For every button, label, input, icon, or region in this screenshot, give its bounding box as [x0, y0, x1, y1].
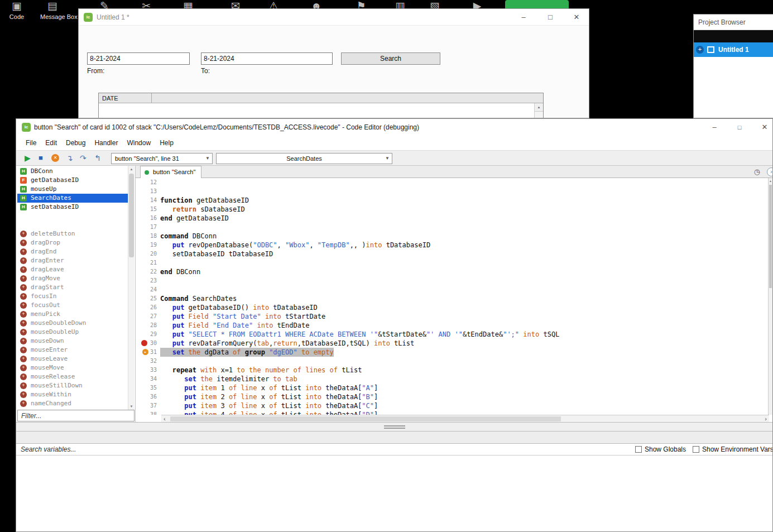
menu-window[interactable]: Window	[123, 136, 155, 150]
line-number-gutter[interactable]: 29	[136, 330, 160, 339]
code-line[interactable]: 27 put Field "Start Date" into tStartDat…	[136, 312, 769, 321]
line-number-gutter[interactable]: 33	[136, 366, 160, 375]
line-number-gutter[interactable]: 12	[136, 178, 160, 187]
code-line[interactable]: ▸31 set the dgData of group "dgEOD" to e…	[136, 348, 769, 357]
menu-handler[interactable]: Handler	[90, 136, 122, 150]
location-dropdown[interactable]: button "Search", line 31 ▼	[111, 153, 213, 164]
close-icon[interactable]: ✕	[756, 119, 773, 136]
show-environment-checkbox[interactable]	[693, 446, 699, 453]
code-line[interactable]: 24	[136, 285, 769, 294]
scrollbar-thumb[interactable]	[769, 185, 772, 288]
event-item-dragenter[interactable]: +dragEnter	[17, 256, 128, 265]
line-number-gutter[interactable]: 27	[136, 312, 160, 321]
event-item-mousewithin[interactable]: +mouseWithin	[17, 390, 128, 399]
code-line[interactable]: 16end getDatabaseID	[136, 214, 769, 223]
stop-icon[interactable]: ■	[39, 151, 43, 165]
step-over-icon[interactable]: ↷	[80, 151, 87, 165]
line-number-gutter[interactable]: 20	[136, 250, 160, 258]
event-item-deletebutton[interactable]: +deleteButton	[17, 229, 128, 238]
scroll-up-icon[interactable]: ▲	[535, 103, 543, 112]
event-item-mousemove[interactable]: +mouseMove	[17, 363, 128, 372]
code-line[interactable]: 14function getDatabaseID	[136, 196, 769, 205]
scrollbar-thumb[interactable]	[170, 416, 561, 421]
menu-help[interactable]: Help	[156, 136, 177, 150]
event-item-menupick[interactable]: +menuPick	[17, 310, 128, 319]
step-into-icon[interactable]: ↴	[66, 151, 73, 165]
script-tab[interactable]: button "Search"	[140, 166, 201, 178]
date-column-header[interactable]: DATE	[99, 93, 543, 103]
step-out-icon[interactable]: ↰	[94, 151, 101, 165]
event-item-mouseleave[interactable]: +mouseLeave	[17, 354, 128, 363]
code-line[interactable]: 33 repeat with x=1 to the number of line…	[136, 366, 769, 375]
event-item-dragmove[interactable]: +dragMove	[17, 274, 128, 283]
handler-item-mouseup[interactable]: HmouseUp	[17, 185, 128, 194]
event-item-mouserelease[interactable]: +mouseRelease	[17, 372, 128, 381]
table-scrollbar[interactable]: ▲	[534, 103, 543, 118]
event-item-dragleave[interactable]: +dragLeave	[17, 265, 128, 274]
event-item-mousedown[interactable]: +mouseDown	[17, 337, 128, 346]
line-number-gutter[interactable]: 21	[136, 258, 160, 267]
h-scrollbar[interactable]: ‹ ›	[161, 415, 769, 422]
breakpoint-marker[interactable]	[141, 340, 147, 346]
code-line[interactable]: 36 put item 2 of line x of tList into th…	[136, 392, 769, 401]
sidebar-scrollbar[interactable]: ▲ ▼	[128, 166, 135, 410]
line-number-gutter[interactable]: 24	[136, 285, 160, 294]
line-number-gutter[interactable]: 30	[136, 339, 160, 348]
event-item-mousedoubledown[interactable]: +mouseDoubleDown	[17, 319, 128, 328]
from-date-input[interactable]	[87, 52, 190, 65]
clock-icon[interactable]: ◷	[754, 167, 760, 176]
code-line[interactable]: 28 put Field "End Date" into tEndDate	[136, 321, 769, 330]
menu-edit[interactable]: Edit	[41, 136, 61, 150]
handler-item-dbconn[interactable]: HDBConn	[17, 167, 128, 176]
show-globals-checkbox[interactable]	[635, 446, 642, 453]
line-number-gutter[interactable]: 14	[136, 196, 160, 205]
v-scrollbar[interactable]: ▲	[768, 178, 772, 415]
menu-file[interactable]: File	[22, 136, 40, 150]
line-number-gutter[interactable]: 22	[136, 267, 160, 276]
code-line[interactable]: 30 put revDataFromQuery(tab,return,tData…	[136, 339, 769, 348]
variables-search-input[interactable]	[16, 444, 631, 455]
code-line[interactable]: 35 put item 1 of line x of tList into th…	[136, 384, 769, 392]
line-number-gutter[interactable]: 35	[136, 384, 160, 392]
event-item-mousestilldown[interactable]: +mouseStillDown	[17, 381, 128, 390]
scroll-up-icon[interactable]: ▲	[769, 178, 772, 184]
event-item-dragend[interactable]: +dragEnd	[17, 247, 128, 256]
line-number-gutter[interactable]: 17	[136, 223, 160, 232]
project-item-untitled1[interactable]: + Untitled 1	[694, 42, 773, 57]
line-number-gutter[interactable]: 25	[136, 294, 160, 303]
code-window-tool[interactable]: ▣Code	[4, 0, 29, 20]
panel-splitter[interactable]	[16, 422, 772, 432]
code-line[interactable]: 29 put "SELECT * FROM EODattr1 WHERE ACD…	[136, 330, 769, 339]
event-item-mousedoubleup[interactable]: +mouseDoubleUp	[17, 328, 128, 337]
line-number-gutter[interactable]: ▸31	[136, 348, 160, 357]
line-number-gutter[interactable]: 18	[136, 232, 160, 241]
handler-item-searchdates[interactable]: HSearchDates	[17, 194, 128, 203]
line-number-gutter[interactable]: 13	[136, 187, 160, 196]
line-number-gutter[interactable]: 19	[136, 241, 160, 250]
line-number-gutter[interactable]: 26	[136, 303, 160, 312]
scrollbar-thumb[interactable]	[129, 174, 134, 257]
editor-titlebar[interactable]: lc button "Search" of card id 1002 of st…	[16, 119, 772, 136]
filter-input[interactable]	[17, 410, 135, 421]
code-line[interactable]: 37 put item 3 of line x of tList into th…	[136, 401, 769, 410]
line-number-gutter[interactable]: 38	[136, 410, 160, 415]
expand-stack-icon[interactable]: +	[696, 46, 704, 54]
scroll-down-icon[interactable]: ▼	[128, 403, 135, 410]
handler-item-setdatabaseid[interactable]: HsetDatabaseID	[17, 203, 128, 212]
line-number-gutter[interactable]: 28	[136, 321, 160, 330]
event-item-namechanged[interactable]: +nameChanged	[17, 399, 128, 408]
line-number-gutter[interactable]: 16	[136, 214, 160, 223]
maximize-icon[interactable]: □	[731, 119, 748, 136]
line-number-gutter[interactable]: 15	[136, 205, 160, 214]
line-number-gutter[interactable]: 37	[136, 401, 160, 410]
line-number-gutter[interactable]: 23	[136, 276, 160, 285]
event-item-focusin[interactable]: +focusIn	[17, 292, 128, 301]
maximize-icon[interactable]: □	[542, 9, 559, 26]
code-line[interactable]: 19 put revOpenDatabase("ODBC", "Wbox", "…	[136, 241, 769, 250]
scroll-left-icon[interactable]: ‹	[164, 415, 166, 422]
code-line[interactable]: 34 set the itemdelimiter to tab	[136, 375, 769, 384]
code-line[interactable]: 25Command SearchDates	[136, 294, 769, 303]
event-item-dragdrop[interactable]: +dragDrop	[17, 238, 128, 247]
close-icon[interactable]: ✕	[568, 9, 585, 26]
code-line[interactable]: 32	[136, 357, 769, 366]
